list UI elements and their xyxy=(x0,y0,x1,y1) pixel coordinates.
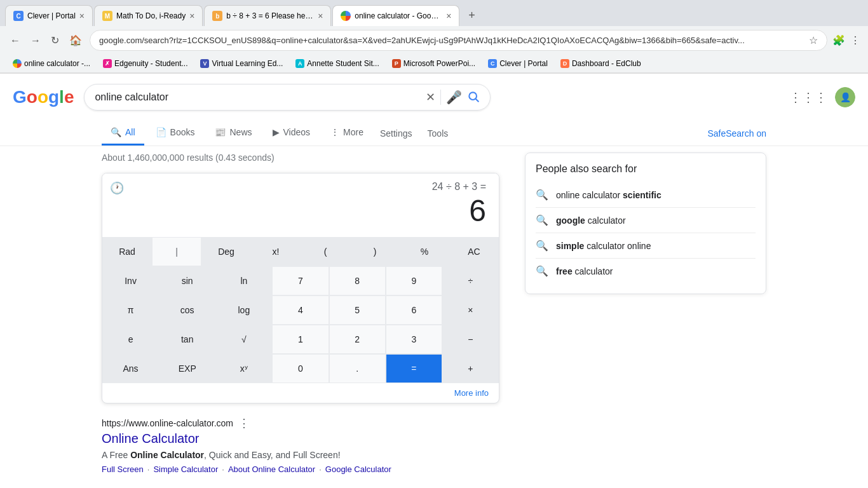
tab-close-brain[interactable]: × xyxy=(318,11,323,21)
safesearch-label[interactable]: SafeSearch on xyxy=(707,128,766,139)
tab-close-math[interactable]: × xyxy=(189,11,194,21)
extension-icon[interactable]: 🧩 xyxy=(832,34,845,46)
calc-btn-minus[interactable]: − xyxy=(442,325,499,354)
tab-more[interactable]: ⋮ More xyxy=(322,121,372,146)
calc-btn-deg[interactable]: Deg xyxy=(201,237,251,266)
bookmark-star-icon[interactable]: ☆ xyxy=(809,34,818,46)
calc-btn-log[interactable]: log xyxy=(215,295,272,325)
calc-btn-2[interactable]: 2 xyxy=(329,325,386,354)
result-link-simple[interactable]: Simple Calculator xyxy=(153,464,218,474)
calc-btn-0[interactable]: 0 xyxy=(272,354,329,383)
calc-btn-inv[interactable]: Inv xyxy=(102,266,159,295)
calc-btn-power[interactable]: xʸ xyxy=(215,354,272,383)
tab-books[interactable]: 📄 Books xyxy=(147,121,204,146)
suggestion-simple[interactable]: 🔍 simple calculator online xyxy=(536,233,756,259)
suggestion-text-3: simple calculator online xyxy=(556,241,651,251)
result-more-btn-1[interactable]: ⋮ xyxy=(238,416,250,430)
calc-btn-exp[interactable]: EXP xyxy=(159,354,215,383)
header-right: ⋮⋮⋮ 👤 xyxy=(789,87,855,107)
settings-button[interactable]: Settings xyxy=(375,123,417,144)
result-title-1[interactable]: Online Calculator xyxy=(102,431,499,446)
result-link-google[interactable]: Google Calculator xyxy=(325,464,391,474)
browser-chrome: C Clever | Portal × M Math To Do, i-Read… xyxy=(0,0,868,74)
tab-math[interactable]: M Math To Do, i-Ready × xyxy=(94,5,203,26)
tab-close-google[interactable]: × xyxy=(446,11,451,21)
calc-btn-multiply[interactable]: × xyxy=(442,295,499,325)
search-submit-button[interactable] xyxy=(467,90,480,105)
tab-all[interactable]: 🔍 All xyxy=(102,121,144,146)
bookmark-edgenuity[interactable]: ✗ Edgenuity - Student... xyxy=(98,57,193,70)
tab-news[interactable]: 📰 News xyxy=(206,121,261,146)
calc-btn-open-paren[interactable]: ( xyxy=(301,237,350,266)
calc-btn-6[interactable]: 6 xyxy=(386,295,442,325)
bookmark-calculator[interactable]: online calculator -... xyxy=(8,57,95,70)
bookmark-clever[interactable]: C Clever | Portal xyxy=(483,57,553,70)
calc-btn-1[interactable]: 1 xyxy=(272,325,329,354)
search-input[interactable] xyxy=(95,92,421,103)
calc-btn-factorial[interactable]: x! xyxy=(251,237,301,266)
calc-btn-cos[interactable]: cos xyxy=(159,295,215,325)
calc-btn-5[interactable]: 5 xyxy=(329,295,386,325)
calc-btn-divide[interactable]: ÷ xyxy=(442,266,499,295)
calc-btn-dot[interactable]: . xyxy=(329,354,386,383)
suggestion-google[interactable]: 🔍 google calculator xyxy=(536,208,756,233)
calc-btn-rad[interactable]: Rad xyxy=(102,237,152,266)
apps-icon[interactable]: ⋮⋮⋮ xyxy=(789,90,827,105)
more-info-link[interactable]: More info xyxy=(102,383,499,403)
result-link-fullscreen[interactable]: Full Screen xyxy=(102,464,144,474)
calc-history-icon[interactable]: 🕐 xyxy=(110,181,124,195)
reload-button[interactable]: ↻ xyxy=(48,32,62,49)
search-box[interactable]: ✕ 🎤 xyxy=(84,84,491,111)
tab-favicon-math: M xyxy=(102,11,112,21)
calc-btn-equals[interactable]: = xyxy=(386,354,442,383)
tab-videos[interactable]: ▶ Videos xyxy=(264,121,320,146)
bookmark-favicon-edg: ✗ xyxy=(103,59,112,68)
calc-btn-sep: | xyxy=(152,237,201,266)
settings-tools: Settings Tools xyxy=(375,123,453,144)
calc-btn-sin[interactable]: sin xyxy=(159,266,215,295)
calc-btn-e[interactable]: e xyxy=(102,325,159,354)
calc-btn-percent[interactable]: % xyxy=(400,237,449,266)
calc-btn-ans[interactable]: Ans xyxy=(102,354,159,383)
svg-line-1 xyxy=(476,98,479,102)
calc-btn-7[interactable]: 7 xyxy=(272,266,329,295)
suggestion-text-1: online calculator scientific xyxy=(556,190,661,200)
tab-clever[interactable]: C Clever | Portal × xyxy=(5,5,93,26)
google-logo[interactable]: G o o g l e xyxy=(13,87,74,107)
calc-btn-tan[interactable]: tan xyxy=(159,325,215,354)
calc-btn-3[interactable]: 3 xyxy=(386,325,442,354)
bookmark-favicon-pp: P xyxy=(392,59,401,68)
suggestion-scientific[interactable]: 🔍 online calculator scientific xyxy=(536,182,756,208)
clear-search-icon[interactable]: ✕ xyxy=(426,90,435,104)
calc-btn-sqrt[interactable]: √ xyxy=(215,325,272,354)
calc-btn-pi[interactable]: π xyxy=(102,295,159,325)
calc-btn-9[interactable]: 9 xyxy=(386,266,442,295)
menu-icon[interactable]: ⋮ xyxy=(850,34,860,46)
avatar[interactable]: 👤 xyxy=(835,87,855,107)
bookmark-powerpoint[interactable]: P Microsoft PowerPoi... xyxy=(387,57,480,70)
bookmark-annette[interactable]: A Annette Student Sit... xyxy=(290,57,384,70)
suggestion-free[interactable]: 🔍 free calculator xyxy=(536,259,756,283)
calc-row-2: Inv sin ln 7 8 9 ÷ xyxy=(102,266,499,295)
calc-btn-8[interactable]: 8 xyxy=(329,266,386,295)
tools-button[interactable]: Tools xyxy=(423,123,454,144)
url-bar[interactable]: google.com/search?rlz=1CCKSOU_enUS898&q=… xyxy=(90,30,827,51)
forward-button[interactable]: → xyxy=(28,32,43,49)
bookmark-edclub[interactable]: D Dashboard - EdClub xyxy=(555,57,646,70)
tab-brain[interactable]: b b ÷ 8 + 3 = 6 Please help - Brain... × xyxy=(204,5,331,26)
bookmark-virtual[interactable]: V Virtual Learning Ed... xyxy=(195,57,288,70)
tab-google-active[interactable]: online calculator - Google Searc... × xyxy=(332,5,459,26)
back-button[interactable]: ← xyxy=(8,32,23,49)
result-links-1: Full Screen · Simple Calculator · About … xyxy=(102,464,499,474)
calc-btn-ln[interactable]: ln xyxy=(215,266,272,295)
calc-btn-close-paren[interactable]: ) xyxy=(350,237,400,266)
tab-close-clever[interactable]: × xyxy=(79,11,85,21)
bookmark-favicon-clev: C xyxy=(488,59,497,68)
result-link-about[interactable]: About Online Calculator xyxy=(228,464,315,474)
calc-btn-4[interactable]: 4 xyxy=(272,295,329,325)
calc-btn-ac[interactable]: AC xyxy=(449,237,499,266)
calc-btn-plus[interactable]: + xyxy=(442,354,499,383)
voice-search-icon[interactable]: 🎤 xyxy=(446,90,462,105)
new-tab-button[interactable]: + xyxy=(463,6,480,25)
home-button[interactable]: 🏠 xyxy=(67,32,85,49)
